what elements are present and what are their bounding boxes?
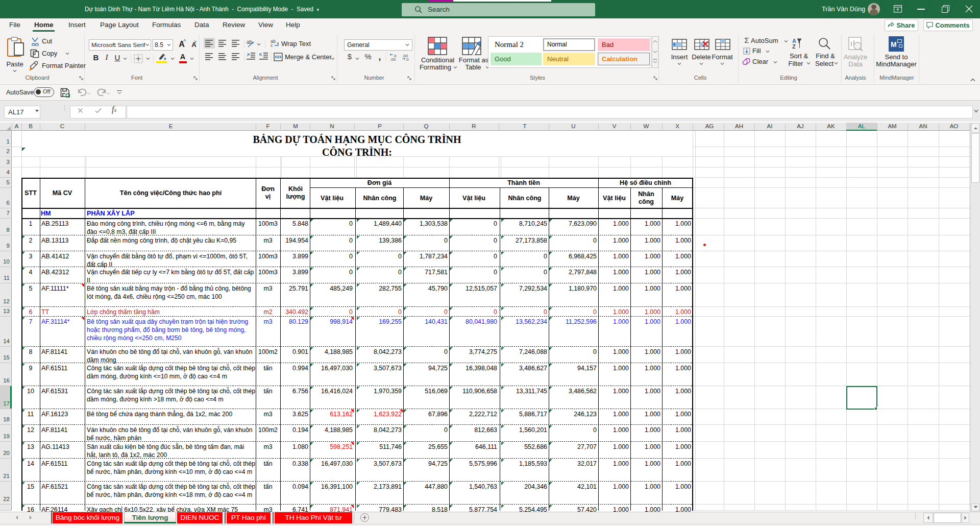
svg-text:.0: .0 <box>405 57 409 61</box>
svg-text:c: c <box>271 43 273 48</box>
svg-text:Z: Z <box>792 43 796 49</box>
svg-text:.00: .00 <box>390 57 396 61</box>
